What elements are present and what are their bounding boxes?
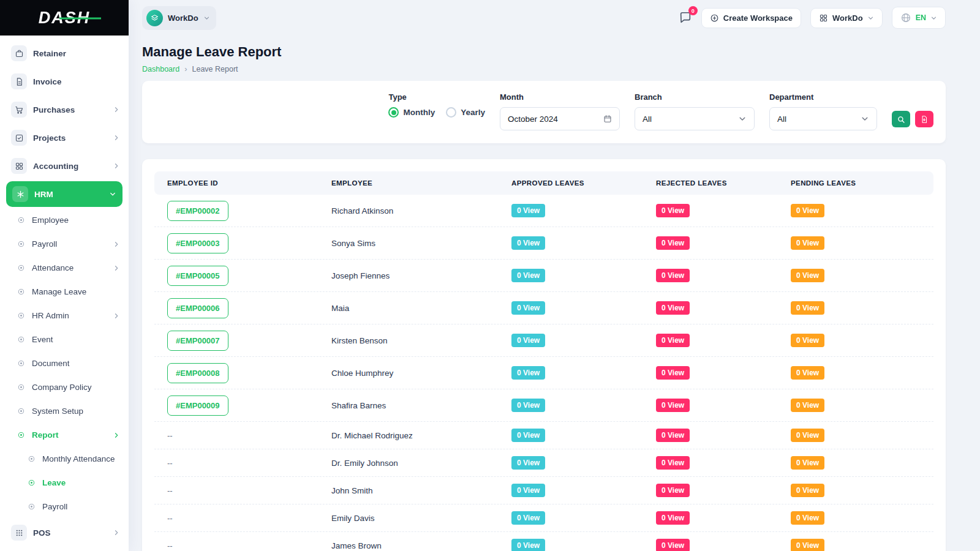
branch-select[interactable]: All [635, 107, 755, 130]
messages-button[interactable]: 0 [679, 11, 692, 24]
rejected-view-badge[interactable]: 0 View [656, 366, 690, 380]
approved-view-badge[interactable]: 0 View [511, 429, 545, 442]
plus-circle-icon [710, 13, 719, 23]
sidebar-item-invoice[interactable]: Invoice [0, 67, 129, 96]
approved-view-badge[interactable]: 0 View [511, 539, 545, 551]
employee-id-chip[interactable]: #EMP00009 [167, 395, 228, 416]
sidebar-item-retainer[interactable]: Retainer [0, 39, 129, 67]
sidebar-item-pos[interactable]: POS [0, 519, 129, 547]
pending-view-badge[interactable]: 0 View [791, 301, 824, 315]
cell-employee-id: -- [154, 485, 318, 496]
rejected-view-badge[interactable]: 0 View [656, 334, 690, 347]
employee-id-chip[interactable]: #EMP00007 [167, 331, 228, 351]
account-menu-button[interactable]: WorkDo [810, 8, 883, 28]
rejected-view-badge[interactable]: 0 View [656, 456, 690, 470]
month-input[interactable]: October 2024 [500, 107, 620, 130]
rejected-view-badge[interactable]: 0 View [656, 269, 690, 282]
table-row: --John Smith0 View0 View0 View [154, 477, 933, 504]
topbar: WorkDo 0 Create Workspace WorkDo EN [129, 0, 980, 36]
cell-pending-leaves: 0 View [778, 429, 933, 442]
approved-view-badge[interactable]: 0 View [511, 269, 545, 282]
sidebar-item-projects[interactable]: Projects [0, 124, 129, 152]
employee-id-chip[interactable]: #EMP00005 [167, 266, 228, 286]
type-label: Type [388, 92, 485, 102]
projects-icon [11, 130, 27, 146]
rejected-view-badge[interactable]: 0 View [656, 429, 690, 442]
sidebar-item-manage-leave[interactable]: Manage Leave [0, 280, 129, 304]
sidebar-item-accounting[interactable]: Accounting [0, 152, 129, 180]
approved-view-badge[interactable]: 0 View [511, 399, 545, 412]
rejected-view-badge[interactable]: 0 View [656, 511, 690, 525]
sidebar-item-report[interactable]: Report [0, 423, 129, 447]
approved-view-badge[interactable]: 0 View [511, 456, 545, 470]
pending-view-badge[interactable]: 0 View [791, 204, 824, 217]
approved-view-badge[interactable]: 0 View [511, 301, 545, 315]
sidebar-item-label: Attendance [32, 263, 113, 272]
sidebar-item-monthly-attendance[interactable]: Monthly Attendance [0, 447, 129, 471]
approved-view-badge[interactable]: 0 View [511, 334, 545, 347]
rejected-view-badge[interactable]: 0 View [656, 539, 690, 551]
sidebar-item-label: Payroll [42, 502, 120, 511]
rejected-view-badge[interactable]: 0 View [656, 204, 690, 217]
employee-id-chip[interactable]: #EMP00003 [167, 233, 228, 253]
pending-view-badge[interactable]: 0 View [791, 539, 824, 551]
type-radio-monthly[interactable]: Monthly [388, 107, 435, 118]
rejected-view-badge[interactable]: 0 View [656, 399, 690, 412]
brand-logo[interactable]: DASH [0, 0, 129, 36]
sidebar-item-label: POS [33, 528, 113, 538]
pending-view-badge[interactable]: 0 View [791, 456, 824, 470]
pending-view-badge[interactable]: 0 View [791, 334, 824, 347]
approved-view-badge[interactable]: 0 View [511, 511, 545, 525]
sidebar-item-hrm[interactable]: HRM [6, 181, 123, 207]
department-select[interactable]: All [769, 107, 877, 130]
pending-view-badge[interactable]: 0 View [791, 429, 824, 442]
type-radio-yearly[interactable]: Yearly [446, 107, 485, 118]
pending-view-badge[interactable]: 0 View [791, 511, 824, 525]
table-row: --Dr. Emily Johnson0 View0 View0 View [154, 449, 933, 477]
approved-view-badge[interactable]: 0 View [511, 236, 545, 250]
sidebar-item-employee[interactable]: Employee [0, 208, 129, 232]
pending-view-badge[interactable]: 0 View [791, 399, 824, 412]
sidebar-item-system-setup[interactable]: System Setup [0, 399, 129, 423]
approved-view-badge[interactable]: 0 View [511, 366, 545, 380]
cell-employee-name: Dr. Michael Rodriguez [318, 431, 499, 440]
pending-view-badge[interactable]: 0 View [791, 366, 824, 380]
export-button[interactable] [915, 111, 933, 127]
sidebar-item-purchases[interactable]: Purchases [0, 96, 129, 124]
employee-id-chip[interactable]: #EMP00002 [167, 201, 228, 221]
search-button[interactable] [892, 111, 910, 127]
language-selector[interactable]: EN [892, 7, 946, 29]
rejected-view-badge[interactable]: 0 View [656, 301, 690, 315]
table-row: --Emily Davis0 View0 View0 View [154, 504, 933, 532]
pending-view-badge[interactable]: 0 View [791, 484, 824, 497]
sidebar-item-label: Document [32, 359, 120, 368]
retainer-icon [11, 45, 27, 61]
sidebar-item-payroll[interactable]: Payroll [0, 495, 129, 519]
sidebar-item-event[interactable]: Event [0, 328, 129, 351]
sidebar-item-label: Leave [42, 478, 120, 487]
sidebar-item-company-policy[interactable]: Company Policy [0, 375, 129, 399]
approved-view-badge[interactable]: 0 View [511, 204, 545, 217]
pending-view-badge[interactable]: 0 View [791, 236, 824, 250]
table-row: --James Brown0 View0 View0 View [154, 532, 933, 551]
chevron-right-icon [113, 134, 120, 141]
create-workspace-button[interactable]: Create Workspace [701, 8, 801, 28]
sidebar-item-hr-admin[interactable]: HR Admin [0, 304, 129, 328]
table-header-row: EMPLOYEE IDEMPLOYEEAPPROVED LEAVESREJECT… [154, 171, 933, 195]
department-label: Department [769, 92, 877, 102]
sidebar-item-leave[interactable]: Leave [0, 471, 129, 495]
employee-id-empty: -- [167, 459, 173, 468]
pending-view-badge[interactable]: 0 View [791, 269, 824, 282]
approved-view-badge[interactable]: 0 View [511, 484, 545, 497]
sidebar-item-payroll[interactable]: Payroll [0, 232, 129, 256]
rejected-view-badge[interactable]: 0 View [656, 484, 690, 497]
employee-id-chip[interactable]: #EMP00006 [167, 298, 228, 318]
leave-report-table-card: EMPLOYEE IDEMPLOYEEAPPROVED LEAVESREJECT… [142, 159, 946, 551]
employee-id-chip[interactable]: #EMP00008 [167, 363, 228, 383]
rejected-view-badge[interactable]: 0 View [656, 236, 690, 250]
breadcrumb-dashboard-link[interactable]: Dashboard [142, 65, 179, 73]
cell-rejected-leaves: 0 View [643, 429, 778, 442]
sidebar-item-attendance[interactable]: Attendance [0, 256, 129, 280]
workspace-switcher[interactable]: WorkDo [142, 6, 216, 30]
sidebar-item-document[interactable]: Document [0, 351, 129, 375]
